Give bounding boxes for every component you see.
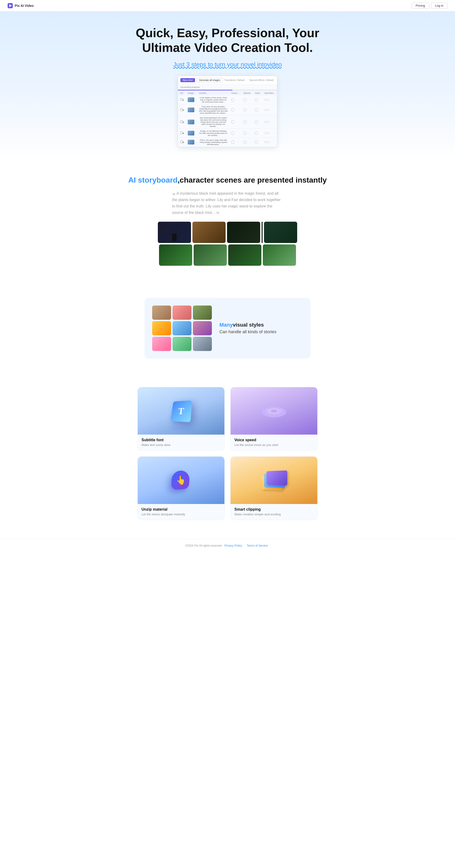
feature-card-smart-clipping: Smart clipping Make creation simple and … (230, 456, 317, 520)
logo-text: Pix AI Video (15, 4, 34, 7)
col-no: NO. (178, 91, 186, 95)
story-img-7 (228, 244, 262, 266)
feature-card-voice-speed: Voice speed Let the sound move as you wi… (230, 387, 317, 451)
storyboard-title-blue: AI storyboard (128, 176, 178, 184)
col-voice: Voice (253, 91, 262, 95)
footer: ©2024 Pix All rights reserved Privacy Po… (0, 539, 455, 552)
hero-section: Quick, Easy, Professional, Your Ultimate… (0, 11, 455, 159)
style-cell-6 (152, 337, 171, 351)
style-description: Manyvisual styles Can handle all kinds o… (219, 322, 303, 334)
mockup-generate-all[interactable]: Generate all images (196, 78, 223, 83)
mockup-tab-special: Special effects: Default (249, 79, 273, 82)
style-cell-5 (193, 321, 212, 335)
navbar: Pix AI Video Pricing Log in (0, 0, 455, 11)
hero-subtitle: Just 3 steps to turn your novel intovide… (5, 61, 450, 68)
story-img-5 (159, 244, 192, 266)
table-row: 1 In the depths of this scene, there was… (178, 96, 277, 104)
style-cell-3 (152, 321, 171, 335)
storyboard-title-rest: ,character scenes are presented instantl… (178, 176, 327, 184)
features-grid: T Subtitle font Make text come alive Voi… (138, 387, 317, 520)
feature-title-unzip-material: Unzip material (142, 507, 221, 512)
hero-subtitle-plain: Just 3 steps to turn your novel into (173, 61, 267, 68)
feature-card-subtitle-font: T Subtitle font Make text come alive (138, 387, 225, 451)
feature-title-voice-speed: Voice speed (234, 438, 313, 442)
feature-text-subtitle-font: Subtitle font Make text come alive (138, 435, 224, 451)
footer-terms[interactable]: Terms of Service (247, 544, 268, 547)
footer-privacy[interactable]: Privacy Policy (224, 544, 242, 547)
logo-icon (7, 3, 13, 8)
table-row: 4 Finally, on her fifteenth birthday, th… (178, 129, 277, 137)
hero-headline: Quick, Easy, Professional, Your Ultimate… (121, 26, 334, 55)
quote-text: A mysterious black mist appeared in the … (172, 191, 280, 215)
feature-title-smart-clipping: Smart clipping (234, 507, 313, 512)
storyboard-content: AI storyboard,character scenes are prese… (121, 159, 334, 284)
col-content: Content (198, 91, 229, 95)
features-section: T Subtitle font Make text come alive Voi… (0, 373, 455, 539)
mockup-tabs: Transitions: Default Special effects: De… (224, 79, 273, 82)
feature-text-voice-speed: Voice speed Let the sound move as you wi… (231, 435, 317, 451)
pricing-button[interactable]: Pricing (412, 3, 429, 8)
story-img-4 (264, 222, 297, 243)
style-cell-0 (152, 306, 171, 320)
style-cell-2 (193, 306, 212, 320)
table-header: NO. Image Content Transi... Special Voic… (178, 91, 277, 95)
style-cell-4 (173, 321, 191, 335)
storyboard-title: AI storyboard,character scenes are prese… (126, 176, 329, 185)
visual-styles-card: Manyvisual styles Can handle all kinds o… (145, 298, 310, 359)
story-img-2 (192, 222, 225, 243)
col-transi: Transi... (230, 91, 241, 95)
story-row-1 (154, 222, 301, 243)
story-img-3 (227, 222, 260, 243)
logo: Pix AI Video (7, 3, 34, 8)
feature-card-unzip-material: 👆 Unzip material Let the stress dissipat… (138, 456, 225, 520)
story-img-1 (158, 222, 191, 243)
mockup-new-shot[interactable]: New shot (180, 78, 195, 82)
feature-desc-voice-speed: Let the sound move as you wish (234, 443, 313, 447)
storyboard-images (154, 222, 301, 266)
feature-desc-subtitle-font: Make text come alive (142, 443, 221, 447)
col-special: Special (242, 91, 253, 95)
nav-actions: Pricing Log in (412, 3, 448, 8)
mockup-topbar: New shot Generate all images Transitions… (178, 76, 277, 85)
mockup-table: NO. Image Content Transi... Special Voic… (178, 90, 277, 147)
feature-text-smart-clipping: Smart clipping Make creation simple and … (231, 504, 317, 520)
table-row: 2 They were all very beautiful, especial… (178, 105, 277, 115)
style-grid (152, 306, 212, 351)
col-op: Operation (263, 91, 277, 95)
style-cell-8 (193, 337, 212, 351)
hero-subtitle-highlight: video (267, 61, 282, 68)
style-cell-7 (173, 337, 191, 351)
features-grid-wrapper: T Subtitle font Make text come alive Voi… (133, 373, 322, 539)
story-img-6 (193, 244, 227, 266)
visual-styles-section: Manyvisual styles Can handle all kinds o… (0, 298, 455, 359)
storyboard-section: AI storyboard,character scenes are prese… (0, 159, 455, 284)
style-title-blue: Many (219, 322, 233, 328)
close-quote: ❞ (216, 211, 220, 218)
style-subtitle: Can handle all kinds of stories (219, 330, 303, 334)
table-row: 5 There, she saw a large ship with many … (178, 138, 277, 147)
style-cell-1 (173, 306, 191, 320)
storyboard-quote: ❝ A mysterious black mist appeared in th… (168, 190, 287, 216)
style-title: Manyvisual styles (219, 322, 303, 328)
mockup-tab-transitions: Transitions: Default (224, 79, 245, 82)
login-button[interactable]: Log in (431, 3, 448, 8)
story-row-2 (154, 244, 301, 266)
table-row: 3 She loved listening to her sisters tal… (178, 116, 277, 129)
story-divider (262, 222, 263, 243)
footer-copyright: ©2024 Pix All rights reserved (185, 544, 222, 547)
feature-text-unzip-material: Unzip material Let the stress dissipate … (138, 504, 224, 520)
dashboard-mockup: New shot Generate all images Transitions… (178, 76, 277, 147)
feature-title-subtitle-font: Subtitle font (142, 438, 221, 442)
feature-desc-smart-clipping: Make creation simple and exciting (234, 513, 313, 516)
col-image: Image (186, 91, 197, 95)
feature-desc-unzip-material: Let the stress dissipate instantly (142, 513, 221, 516)
style-title-rest: visual styles (233, 322, 264, 328)
mockup-progress-label: Generating progress (178, 85, 277, 90)
story-img-8 (263, 244, 296, 266)
